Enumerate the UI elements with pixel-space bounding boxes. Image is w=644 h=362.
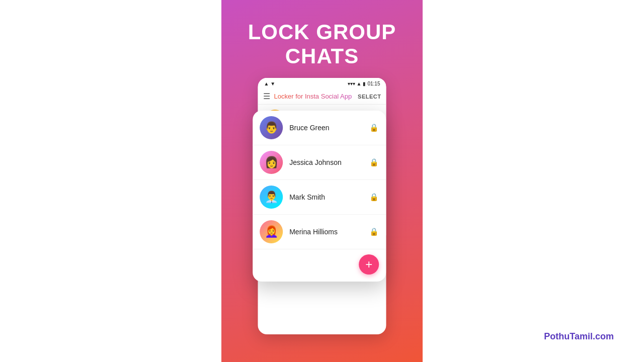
list-item[interactable]: 👩‍🦰 Merina Hillioms 🔒: [253, 215, 386, 249]
contact-name-merina: Merina Hillioms: [289, 228, 369, 236]
headline: LOCK GROUP CHATS: [248, 20, 396, 69]
time-display: 01:15: [367, 81, 380, 86]
hamburger-icon[interactable]: ☰: [263, 92, 270, 101]
watermark: PothuTamil.com: [544, 331, 614, 342]
lock-icon-mark: 🔒: [369, 193, 379, 202]
status-icons: ▾▾▾ ▲ ▮ 01:15: [348, 81, 380, 86]
contact-name-bruce: Bruce Green: [289, 124, 369, 132]
app-title: Locker for Insta Social App: [274, 93, 358, 100]
lock-icon-bruce: 🔒: [369, 123, 379, 132]
contact-name-mark: Mark Smith: [289, 193, 369, 201]
fab-button[interactable]: +: [359, 254, 379, 275]
headline-line2: CHATS: [248, 44, 396, 68]
select-button[interactable]: SELECT: [358, 94, 381, 100]
phone-front-card: 👨 Bruce Green 🔒 👩 Jessica Johnson 🔒 👨‍💼 …: [253, 111, 386, 282]
content-area: LOCK GROUP CHATS ▲ ▼ ▾▾▾ ▲ ▮ 01:15 ☰ Loc…: [221, 0, 423, 362]
wifi-icon: ▲: [357, 81, 362, 86]
list-item[interactable]: 👩 Jessica Johnson 🔒: [253, 145, 386, 180]
avatar-jessica: 👩: [260, 151, 283, 174]
list-item[interactable]: 👨 Bruce Green 🔒: [253, 111, 386, 145]
phone-toolbar: ☰ Locker for Insta Social App SELECT: [258, 88, 386, 105]
battery-icon: ▮: [363, 81, 366, 86]
status-left: ▲ ▼: [264, 81, 276, 86]
avatar-bruce: 👨: [260, 116, 283, 139]
headline-line1: LOCK GROUP: [248, 20, 396, 44]
fab-area: +: [253, 249, 386, 282]
signal-icon: ▾▾▾: [348, 81, 355, 86]
contact-name-jessica: Jessica Johnson: [289, 158, 369, 166]
avatar-mark: 👨‍💼: [260, 186, 283, 209]
status-bar: ▲ ▼ ▾▾▾ ▲ ▮ 01:15: [258, 78, 386, 88]
list-item[interactable]: 👨‍💼 Mark Smith 🔒: [253, 180, 386, 215]
lock-icon-jessica: 🔒: [369, 158, 379, 167]
lock-icon-merina: 🔒: [369, 227, 379, 236]
avatar-merina: 👩‍🦰: [260, 220, 283, 243]
